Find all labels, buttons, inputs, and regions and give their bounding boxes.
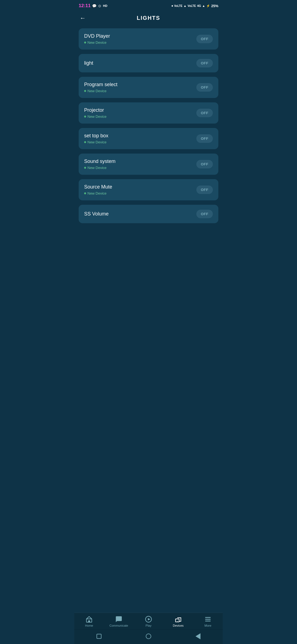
devices-list: DVD PlayerNew DeviceOFFlightOFFProgram s… bbox=[74, 25, 223, 613]
4g-label: 4G bbox=[197, 4, 201, 7]
status-dot-0 bbox=[84, 42, 86, 43]
device-info-7: SS Volume bbox=[84, 211, 109, 217]
home-label: Home bbox=[85, 624, 93, 627]
play-label: Play bbox=[145, 624, 151, 627]
top-nav: ← LIGHTS bbox=[74, 11, 223, 25]
battery-percentage: 25% bbox=[211, 4, 218, 8]
sys-square-button[interactable] bbox=[95, 632, 103, 640]
svg-marker-3 bbox=[148, 618, 150, 621]
device-card-2[interactable]: Program selectNew DeviceOFF bbox=[79, 77, 218, 98]
device-info-3: ProjectorNew Device bbox=[84, 107, 106, 119]
device-name-6: Source Mute bbox=[84, 184, 112, 190]
status-dot-6 bbox=[84, 192, 86, 194]
signal-bar-1: ▲ bbox=[183, 4, 186, 7]
device-card-0[interactable]: DVD PlayerNew DeviceOFF bbox=[79, 28, 218, 50]
toggle-button-2[interactable]: OFF bbox=[196, 83, 213, 92]
status-bar-right: VoLTE ▲ VoLTE 4G ▲ ⚡ 25% bbox=[172, 4, 218, 8]
device-name-2: Program select bbox=[84, 82, 117, 88]
toggle-button-0[interactable]: OFF bbox=[196, 35, 213, 43]
communicate-icon bbox=[115, 616, 122, 623]
sys-home-button[interactable] bbox=[145, 632, 152, 640]
toggle-button-5[interactable]: OFF bbox=[196, 160, 213, 168]
device-name-7: SS Volume bbox=[84, 211, 109, 217]
device-subtitle-5: New Device bbox=[84, 166, 116, 170]
play-icon bbox=[145, 616, 152, 623]
toggle-button-1[interactable]: OFF bbox=[196, 59, 213, 67]
toggle-button-6[interactable]: OFF bbox=[196, 185, 213, 194]
device-card-1[interactable]: lightOFF bbox=[79, 54, 218, 72]
device-name-4: set top box bbox=[84, 133, 108, 139]
device-card-3[interactable]: ProjectorNew DeviceOFF bbox=[79, 102, 218, 124]
toggle-button-3[interactable]: OFF bbox=[196, 109, 213, 117]
communicate-label: Communicate bbox=[109, 624, 128, 627]
lte-icon: VoLTE bbox=[174, 4, 182, 7]
more-icon bbox=[204, 616, 211, 623]
device-info-0: DVD PlayerNew Device bbox=[84, 33, 110, 45]
device-info-2: Program selectNew Device bbox=[84, 82, 117, 93]
more-label: More bbox=[204, 624, 211, 627]
svg-rect-1 bbox=[88, 620, 90, 622]
nav-item-home[interactable]: Home bbox=[74, 616, 104, 627]
hd-label: HD bbox=[103, 4, 107, 7]
device-subtitle-2: New Device bbox=[84, 89, 117, 93]
status-dot-5 bbox=[84, 167, 86, 169]
device-subtitle-6: New Device bbox=[84, 191, 112, 195]
device-name-5: Sound system bbox=[84, 159, 116, 164]
signal-bar-2: ▲ bbox=[202, 4, 205, 7]
device-name-3: Projector bbox=[84, 107, 106, 113]
device-info-5: Sound systemNew Device bbox=[84, 159, 116, 170]
whatsapp-icon: 💬 bbox=[92, 4, 97, 8]
status-dot-3 bbox=[84, 116, 86, 118]
signal-dot bbox=[172, 5, 173, 7]
status-dot-2 bbox=[84, 90, 86, 92]
square-icon bbox=[97, 634, 101, 639]
device-card-7[interactable]: SS VolumeOFF bbox=[79, 205, 218, 223]
system-nav bbox=[74, 629, 223, 644]
device-info-1: light bbox=[84, 60, 93, 66]
device-info-4: set top boxNew Device bbox=[84, 133, 108, 144]
nav-item-play[interactable]: Play bbox=[134, 616, 163, 627]
devices-label: Devices bbox=[173, 624, 183, 627]
svg-point-5 bbox=[177, 621, 178, 622]
triangle-icon bbox=[196, 633, 200, 639]
back-button[interactable]: ← bbox=[80, 15, 86, 22]
toggle-button-4[interactable]: OFF bbox=[196, 134, 213, 143]
page-title: LIGHTS bbox=[137, 15, 160, 21]
device-subtitle-4: New Device bbox=[84, 140, 108, 144]
device-name-1: light bbox=[84, 60, 93, 66]
nav-item-communicate[interactable]: Communicate bbox=[104, 616, 134, 627]
bolt-icon: ⚡ bbox=[206, 4, 210, 8]
home-icon bbox=[86, 616, 93, 623]
camera-icon: ⊙ bbox=[98, 4, 101, 8]
status-time: 12:11 bbox=[79, 3, 90, 9]
device-card-5[interactable]: Sound systemNew DeviceOFF bbox=[79, 154, 218, 175]
nav-item-more[interactable]: More bbox=[193, 616, 223, 627]
status-dot-4 bbox=[84, 141, 86, 143]
bottom-nav: Home Communicate Play Devices More bbox=[74, 613, 223, 629]
status-bar-left: 12:11 💬 ⊙ HD bbox=[79, 3, 107, 9]
circle-icon bbox=[146, 634, 151, 639]
nav-item-devices[interactable]: Devices bbox=[163, 616, 193, 627]
lte-icon-2: VoLTE bbox=[188, 4, 196, 7]
toggle-button-7[interactable]: OFF bbox=[196, 210, 213, 218]
device-subtitle-0: New Device bbox=[84, 40, 110, 45]
status-bar: 12:11 💬 ⊙ HD VoLTE ▲ VoLTE 4G ▲ ⚡ 25% bbox=[74, 0, 223, 11]
device-card-4[interactable]: set top boxNew DeviceOFF bbox=[79, 128, 218, 149]
device-card-6[interactable]: Source MuteNew DeviceOFF bbox=[79, 179, 218, 200]
sys-back-button[interactable] bbox=[194, 632, 202, 640]
device-name-0: DVD Player bbox=[84, 33, 110, 39]
devices-icon bbox=[175, 616, 182, 623]
device-info-6: Source MuteNew Device bbox=[84, 184, 112, 195]
device-subtitle-3: New Device bbox=[84, 114, 106, 119]
